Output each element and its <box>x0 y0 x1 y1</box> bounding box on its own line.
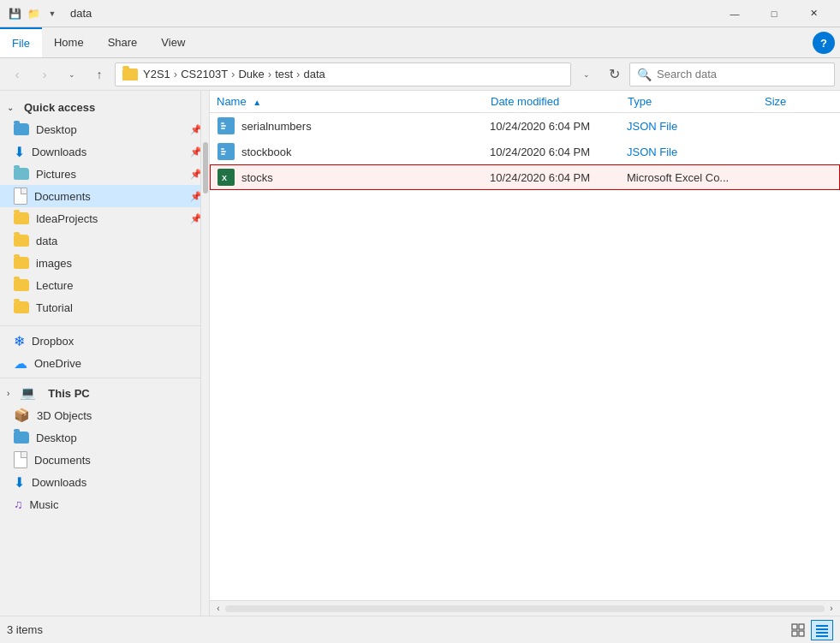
sidebar-item-label: images <box>36 257 72 270</box>
sidebar-item-documents-quick[interactable]: Documents 📌 <box>0 185 209 207</box>
minimize-button[interactable]: — <box>715 0 754 27</box>
quick-access-toolbar-dropdown[interactable]: ▼ <box>45 6 60 21</box>
title-bar-icons: 💾 📁 ▼ <box>7 6 60 21</box>
sidebar-thispc-label: This PC <box>48 387 89 400</box>
sidebar-item-3dobjects[interactable]: 📦 3D Objects <box>0 404 209 426</box>
sidebar-item-data[interactable]: data <box>0 229 209 252</box>
table-row-selected[interactable]: X stocks 10/24/2020 6:04 PM Microsoft Ex… <box>210 164 840 190</box>
tab-share[interactable]: Share <box>96 27 150 57</box>
sidebar-scroll-thumb <box>203 142 208 193</box>
svg-rect-12 <box>792 631 797 636</box>
sidebar-item-tutorial[interactable]: Tutorial <box>0 296 209 319</box>
svg-rect-1 <box>221 122 224 124</box>
file-icon-excel: X <box>217 169 235 186</box>
svg-rect-10 <box>792 624 797 629</box>
music-icon: ♫ <box>14 497 23 511</box>
file-name: serialnumbers <box>241 120 490 133</box>
sidebar-scrollbar[interactable] <box>200 91 209 616</box>
quick-access-toolbar-folder[interactable]: 📁 <box>26 6 41 21</box>
sidebar-item-pictures-quick[interactable]: Pictures 📌 <box>0 163 209 185</box>
close-button[interactable]: ✕ <box>794 0 833 27</box>
sidebar-item-ideaprojects[interactable]: IdeaProjects 📌 <box>0 207 209 229</box>
tab-home[interactable]: Home <box>42 27 96 57</box>
sidebar-item-music[interactable]: ♫ Music <box>0 493 209 515</box>
quick-access-label: Quick access <box>24 101 95 114</box>
ribbon: File Home Share View ? <box>0 27 840 58</box>
sidebar-item-label: Downloads <box>32 476 86 489</box>
svg-rect-15 <box>816 628 828 630</box>
sidebar-item-label: IdeaProjects <box>36 212 98 225</box>
nav-up-button[interactable]: ↑ <box>87 63 111 86</box>
sidebar-item-label: Tutorial <box>36 301 73 314</box>
sidebar-item-downloads-pc[interactable]: ⬇ Downloads <box>0 471 209 493</box>
file-date: 10/24/2020 6:04 PM <box>490 120 627 133</box>
nav-forward-button[interactable]: › <box>33 63 57 86</box>
sidebar-item-label: 3D Objects <box>37 409 92 422</box>
table-row[interactable]: serialnumbers 10/24/2020 6:04 PM JSON Fi… <box>210 113 840 139</box>
breadcrumb-part-1[interactable]: Y2S1 <box>143 68 170 80</box>
documents-icon-2 <box>14 451 27 468</box>
view-details-button[interactable] <box>811 620 833 640</box>
breadcrumb-bar[interactable]: Y2S1 › CS2103T › Duke › test › data <box>115 63 571 86</box>
sidebar-divider <box>0 325 209 326</box>
table-row[interactable]: stockbook 10/24/2020 6:04 PM JSON File <box>210 139 840 164</box>
folder-teal-icon <box>14 168 29 180</box>
sidebar-dropbox-label: Dropbox <box>32 335 74 348</box>
chevron-right-icon: › <box>7 389 9 398</box>
column-date-modified[interactable]: Date modified <box>491 95 628 108</box>
folder-yellow-icon <box>14 301 29 313</box>
view-icon-button[interactable] <box>787 620 809 640</box>
downloads-icon-2: ⬇ <box>14 474 25 491</box>
breadcrumb-dropdown-button[interactable]: ⌄ <box>575 63 599 86</box>
sidebar-item-label: Lecture <box>36 279 73 292</box>
breadcrumb-part-2[interactable]: CS2103T <box>181 68 228 80</box>
sidebar-thispc-header[interactable]: › 💻 This PC <box>0 382 209 404</box>
search-box[interactable]: 🔍 <box>629 63 835 86</box>
sidebar-item-documents-pc[interactable]: Documents <box>0 449 209 471</box>
nav-dropdown-button[interactable]: ⌄ <box>60 63 84 86</box>
breadcrumb-part-4[interactable]: test <box>275 68 293 80</box>
search-input[interactable] <box>657 68 827 80</box>
view-toggle-buttons <box>787 620 833 640</box>
sidebar-item-label: Music <box>30 498 59 511</box>
tab-file[interactable]: File <box>0 27 42 57</box>
chevron-down-icon: ⌄ <box>7 103 14 112</box>
sidebar-quick-access-header[interactable]: ⌄ Quick access <box>0 96 209 118</box>
nav-back-button[interactable]: ‹ <box>5 63 29 86</box>
file-type: JSON File <box>627 120 764 133</box>
sidebar-item-dropbox[interactable]: ❄ Dropbox <box>0 330 209 352</box>
svg-rect-2 <box>221 125 226 127</box>
sidebar-item-onedrive[interactable]: ☁ OneDrive <box>0 352 209 374</box>
scrollbar-track[interactable] <box>225 605 825 612</box>
file-type: Microsoft Excel Co... <box>627 171 764 184</box>
sidebar-item-desktop-pc[interactable]: Desktop <box>0 426 209 449</box>
folder-yellow-icon <box>14 235 29 247</box>
search-icon: 🔍 <box>637 68 652 81</box>
window-title: data <box>70 7 92 20</box>
folder-blue-icon-2 <box>14 432 29 444</box>
tab-view[interactable]: View <box>149 27 197 57</box>
status-bar: 3 items <box>0 616 840 643</box>
main-area: ⌄ Quick access Desktop 📌 ⬇ Downloads 📌 P… <box>0 91 840 616</box>
breadcrumb-part-5[interactable]: data <box>303 68 325 80</box>
refresh-button[interactable]: ↻ <box>602 63 626 86</box>
sidebar-item-desktop-quick[interactable]: Desktop 📌 <box>0 118 209 140</box>
breadcrumb-part-3[interactable]: Duke <box>238 68 264 80</box>
sidebar-item-label: data <box>36 235 57 247</box>
sidebar-item-downloads-quick[interactable]: ⬇ Downloads 📌 <box>0 140 209 163</box>
column-name[interactable]: Name ▲ <box>217 95 491 108</box>
scrollbar-right-button[interactable]: › <box>825 602 838 616</box>
maximize-button[interactable]: □ <box>754 0 794 27</box>
svg-text:X: X <box>222 174 227 182</box>
scrollbar-left-button[interactable]: ‹ <box>211 602 225 616</box>
sidebar-divider-2 <box>0 378 209 378</box>
sidebar: ⌄ Quick access Desktop 📌 ⬇ Downloads 📌 P… <box>0 91 210 616</box>
svg-rect-6 <box>221 151 226 152</box>
quick-access-toolbar-save[interactable]: 💾 <box>7 6 22 21</box>
sidebar-item-images[interactable]: images <box>0 252 209 274</box>
column-size[interactable]: Size <box>765 95 833 108</box>
column-type[interactable]: Type <box>628 95 765 108</box>
help-button[interactable]: ? <box>813 32 835 54</box>
sidebar-item-lecture[interactable]: Lecture <box>0 274 209 296</box>
horizontal-scrollbar[interactable]: ‹ › <box>210 600 840 616</box>
